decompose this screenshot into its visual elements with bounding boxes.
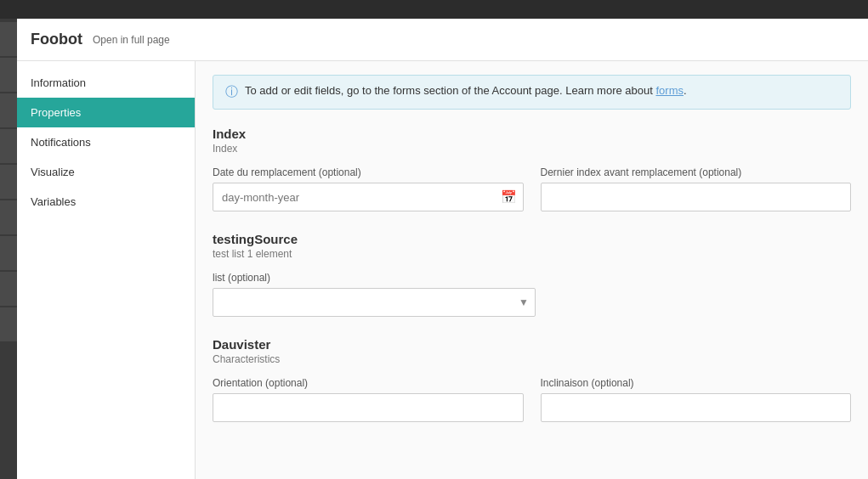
forms-link[interactable]: forms bbox=[655, 84, 684, 97]
left-sidebar-item[interactable] bbox=[0, 93, 17, 127]
left-sidebar bbox=[0, 19, 17, 479]
open-full-page-link[interactable]: Open in full page bbox=[93, 34, 170, 46]
banner-text: To add or edit fields, go to the forms s… bbox=[245, 84, 687, 97]
sidebar-item-properties[interactable]: Properties bbox=[17, 98, 195, 127]
left-sidebar-item[interactable] bbox=[0, 22, 17, 56]
orientation-input[interactable] bbox=[213, 393, 524, 422]
calendar-icon[interactable]: 📅 bbox=[501, 189, 517, 205]
left-sidebar-item[interactable] bbox=[0, 58, 17, 92]
date-input-wrapper: 📅 bbox=[213, 183, 524, 211]
main-panel: Foobot Open in full page Information Pro… bbox=[17, 19, 868, 479]
sidebar-item-visualize[interactable]: Visualize bbox=[17, 157, 195, 187]
section-dauvister-title: Dauvister bbox=[213, 337, 851, 352]
section-dauvister-subtitle: Characteristics bbox=[213, 353, 851, 365]
left-sidebar-item[interactable] bbox=[0, 165, 17, 199]
list-select[interactable] bbox=[213, 288, 536, 317]
top-bar bbox=[0, 0, 868, 19]
dernier-index-input[interactable] bbox=[541, 183, 852, 211]
nav-sidebar: Information Properties Notifications Vis… bbox=[17, 61, 196, 479]
dernier-index-group: Dernier index avant remplacement (option… bbox=[541, 166, 852, 211]
index-field-row: Date du remplacement (optional) 📅 Dernie… bbox=[213, 166, 851, 211]
left-sidebar-item[interactable] bbox=[0, 236, 17, 270]
sidebar-item-variables[interactable]: Variables bbox=[17, 187, 195, 217]
date-remplacement-input[interactable] bbox=[213, 183, 524, 211]
dauvister-field-row: Orientation (optional) Inclinaison (opti… bbox=[213, 377, 851, 422]
list-select-wrapper: ▼ bbox=[213, 288, 536, 317]
app-title: Foobot bbox=[31, 31, 82, 48]
testing-field-row: list (optional) ▼ bbox=[213, 272, 851, 317]
main-content: ⓘ To add or edit fields, go to the forms… bbox=[196, 61, 868, 479]
sidebar-item-notifications[interactable]: Notifications bbox=[17, 127, 195, 157]
info-banner: ⓘ To add or edit fields, go to the forms… bbox=[213, 75, 851, 110]
info-icon: ⓘ bbox=[225, 84, 238, 100]
dernier-index-label: Dernier index avant remplacement (option… bbox=[541, 166, 852, 178]
section-index: Index Index Date du remplacement (option… bbox=[213, 127, 851, 211]
section-index-subtitle: Index bbox=[213, 143, 851, 155]
sidebar-item-information[interactable]: Information bbox=[17, 68, 195, 98]
app-container: Foobot Open in full page Information Pro… bbox=[0, 19, 868, 479]
inclinaison-label: Inclinaison (optional) bbox=[541, 377, 852, 389]
orientation-group: Orientation (optional) bbox=[213, 377, 524, 422]
inclinaison-group: Inclinaison (optional) bbox=[541, 377, 852, 422]
section-testing-subtitle: test list 1 element bbox=[213, 248, 851, 260]
date-remplacement-group: Date du remplacement (optional) 📅 bbox=[213, 166, 524, 211]
section-testing-source: testingSource test list 1 element list (… bbox=[213, 232, 851, 317]
left-sidebar-item[interactable] bbox=[0, 307, 17, 341]
left-sidebar-item[interactable] bbox=[0, 200, 17, 234]
orientation-label: Orientation (optional) bbox=[213, 377, 524, 389]
date-remplacement-label: Date du remplacement (optional) bbox=[213, 166, 524, 178]
left-sidebar-item[interactable] bbox=[0, 272, 17, 306]
content-area: Information Properties Notifications Vis… bbox=[17, 61, 868, 479]
list-label: list (optional) bbox=[213, 272, 536, 284]
section-testing-title: testingSource bbox=[213, 232, 851, 246]
left-sidebar-item[interactable] bbox=[0, 129, 17, 163]
inclinaison-input[interactable] bbox=[541, 393, 852, 422]
section-index-title: Index bbox=[213, 127, 851, 141]
list-group: list (optional) ▼ bbox=[213, 272, 536, 317]
header: Foobot Open in full page bbox=[17, 19, 868, 61]
section-dauvister: Dauvister Characteristics Orientation (o… bbox=[213, 337, 851, 422]
